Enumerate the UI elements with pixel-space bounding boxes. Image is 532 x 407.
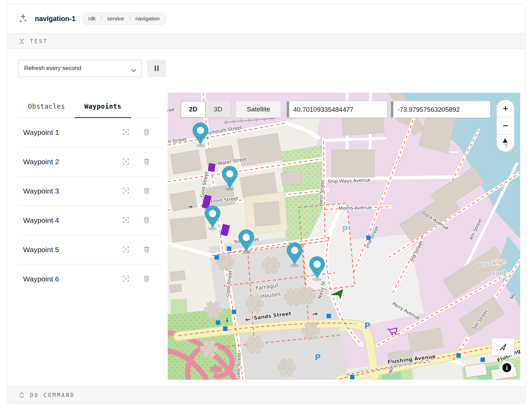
focus-waypoint-button[interactable]: [120, 126, 132, 139]
street-label: Morris Avenue: [339, 205, 372, 211]
one-way-arrow: ←: [245, 315, 251, 323]
waypoint-label: Waypoint 5: [23, 246, 111, 254]
sidebar-tabs: ObstaclesWaypoints: [18, 100, 163, 118]
waypoint-label: Waypoint 3: [23, 187, 111, 195]
map-mode-satellite-button[interactable]: Satellite: [236, 101, 281, 118]
sparkles-icon: [18, 13, 29, 24]
waypoint-row: Waypoint 4: [18, 206, 163, 235]
waypoint-label: Waypoint 2: [23, 158, 111, 166]
tab-obstacles[interactable]: Obstacles: [18, 100, 75, 118]
waypoint-label: Waypoint 6: [23, 275, 111, 283]
traffic-signal-marker: [481, 358, 485, 362]
latitude-field: [286, 101, 387, 118]
traffic-signal-marker: [215, 255, 219, 260]
focus-waypoint-button[interactable]: [120, 244, 132, 256]
traffic-signal-marker: [456, 354, 461, 358]
locate-button[interactable]: [492, 338, 514, 356]
refresh-rate-value: Refresh every second: [24, 65, 81, 72]
trash-icon: [143, 128, 150, 137]
focus-waypoint-button[interactable]: [120, 185, 132, 197]
longitude-input[interactable]: [397, 101, 489, 118]
one-way-arrow: →: [188, 204, 193, 210]
pause-icon: [154, 65, 159, 71]
trash-icon: [143, 246, 150, 254]
chevron-down-icon: [131, 67, 136, 74]
info-icon: i: [500, 360, 514, 375]
zoom-out-button[interactable]: −: [497, 117, 514, 134]
crosshair-icon: [122, 246, 130, 254]
collapse-vertical-icon: [19, 38, 24, 44]
breadcrumb-item-service: service: [107, 16, 124, 22]
focus-waypoint-button[interactable]: [120, 273, 132, 285]
delete-waypoint-button[interactable]: [140, 185, 153, 197]
map-zoom-control: + −: [496, 99, 515, 152]
focus-waypoint-button[interactable]: [120, 214, 132, 227]
crosshair-icon: [122, 187, 130, 196]
traffic-signal-marker: [232, 310, 236, 314]
map-mode-3d-button[interactable]: 3D: [206, 101, 230, 118]
collapse-test-button[interactable]: [19, 38, 24, 44]
one-way-arrow: ←: [214, 365, 220, 373]
expand-do-command-button[interactable]: [19, 392, 24, 398]
crosshair-icon: [122, 158, 130, 166]
svg-text:i: i: [506, 365, 508, 371]
traffic-signal-marker: [366, 236, 371, 240]
parking-icon: P: [364, 321, 371, 331]
longitude-field: [390, 101, 491, 118]
delete-waypoint-button[interactable]: [140, 244, 153, 256]
breadcrumb-separator: [100, 15, 103, 22]
delete-waypoint-button[interactable]: [140, 273, 153, 285]
traffic-signal-marker: [216, 320, 220, 325]
do-command-section-bar: DO COMMAND: [7, 386, 525, 404]
breadcrumb-separator: [128, 15, 131, 22]
breadcrumb-item-rdk: rdk: [88, 16, 96, 22]
breadcrumb-item-navigation: navigation: [135, 16, 160, 22]
trash-icon: [143, 216, 150, 225]
crosshair-icon: [122, 128, 130, 137]
waypoint-row: Waypoint 2: [18, 147, 163, 177]
map-canvas[interactable]: treeh StreetPlymouth StreetWater StreetF…: [168, 93, 520, 380]
pause-refresh-button[interactable]: [147, 60, 166, 77]
compass-icon: [500, 137, 511, 149]
trash-icon: [143, 158, 150, 166]
traffic-signal-marker: [350, 375, 355, 379]
waypoint-row: Waypoint 1: [18, 118, 163, 147]
tab-waypoints[interactable]: Waypoints: [75, 100, 131, 118]
parking-icon: P: [315, 353, 321, 363]
test-section-bar: TEST: [7, 33, 525, 49]
waypoint-label: Waypoint 1: [23, 128, 111, 137]
obstacle-marker[interactable]: [208, 163, 215, 172]
focus-waypoint-button[interactable]: [120, 156, 132, 168]
delete-waypoint-button[interactable]: [140, 156, 153, 168]
delete-waypoint-button[interactable]: [140, 214, 153, 227]
waypoint-row: Waypoint 3: [18, 177, 163, 206]
map-mode-buttons: 2D3DSatellite: [181, 101, 281, 118]
map-info-button[interactable]: i: [500, 360, 514, 375]
latitude-input[interactable]: [293, 101, 386, 118]
zoom-in-button[interactable]: +: [497, 100, 514, 117]
waypoints-list: Waypoint 1Waypoint 2Waypoint 3Waypoint 4…: [18, 118, 163, 294]
one-way-arrow: →: [312, 310, 318, 318]
refresh-rate-select[interactable]: Refresh every second: [18, 60, 142, 77]
traffic-signal-marker: [327, 314, 331, 318]
do-command-section-label: DO COMMAND: [30, 392, 75, 398]
one-way-arrow: ↓: [225, 317, 229, 323]
waypoint-row: Waypoint 5: [18, 235, 163, 265]
waypoint-label: Waypoint 4: [23, 216, 111, 225]
expand-vertical-icon: [19, 392, 24, 398]
breadcrumb: rdkservicenavigation: [82, 12, 166, 25]
longitude-accent-bar: [391, 101, 393, 117]
map-mode-2d-button[interactable]: 2D: [181, 101, 206, 118]
parking-icon: P: [342, 225, 348, 234]
traffic-signal-marker: [223, 327, 228, 331]
latitude-accent-bar: [287, 101, 289, 117]
test-panel-content: Refresh every second ObstaclesWaypoints …: [7, 49, 525, 386]
crosshair-icon: [122, 216, 130, 225]
compass-button[interactable]: [497, 134, 514, 151]
location-arrow-icon: [499, 343, 508, 351]
waypoints-sidebar: ObstaclesWaypoints Waypoint 1Waypoint 2W…: [18, 100, 163, 294]
waypoint-row: Waypoint 6: [18, 265, 163, 294]
navigation-service-panel: navigation-1 rdkservicenavigation TEST R…: [7, 3, 525, 404]
delete-waypoint-button[interactable]: [140, 126, 153, 139]
trash-icon: [143, 275, 150, 284]
